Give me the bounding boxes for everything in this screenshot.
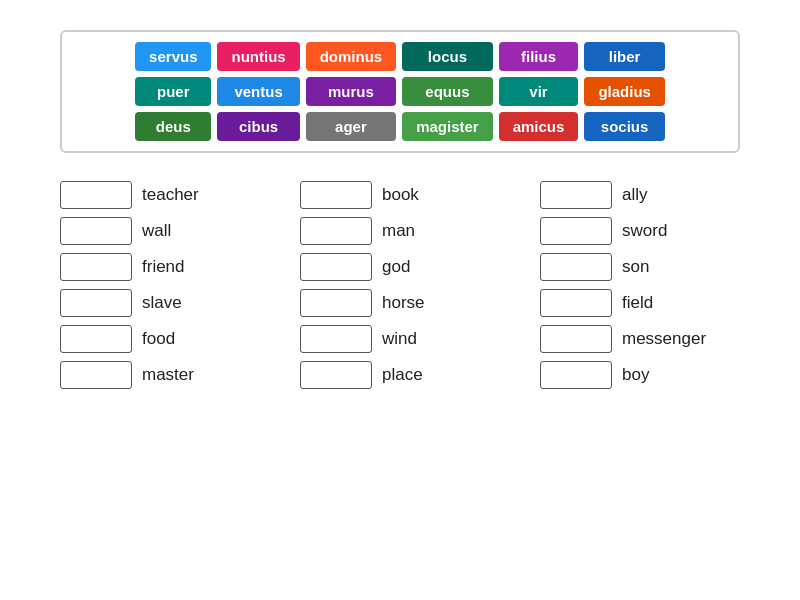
- match-row: boy: [540, 361, 760, 389]
- answer-box-god[interactable]: [300, 253, 372, 281]
- answer-box-slave[interactable]: [60, 289, 132, 317]
- match-row: slave: [60, 289, 280, 317]
- word-tile-nuntius[interactable]: nuntius: [217, 42, 299, 71]
- answer-box-field[interactable]: [540, 289, 612, 317]
- match-row: wall: [60, 217, 280, 245]
- word-label-god: god: [382, 257, 410, 277]
- answer-box-food[interactable]: [60, 325, 132, 353]
- answer-box-teacher[interactable]: [60, 181, 132, 209]
- word-label-friend: friend: [142, 257, 185, 277]
- answer-box-son[interactable]: [540, 253, 612, 281]
- word-label-wall: wall: [142, 221, 171, 241]
- match-row: messenger: [540, 325, 760, 353]
- word-tile-equus[interactable]: equus: [402, 77, 493, 106]
- word-tile-ventus[interactable]: ventus: [217, 77, 299, 106]
- word-label-slave: slave: [142, 293, 182, 313]
- match-row: field: [540, 289, 760, 317]
- answer-box-book[interactable]: [300, 181, 372, 209]
- word-label-wind: wind: [382, 329, 417, 349]
- answer-box-horse[interactable]: [300, 289, 372, 317]
- match-row: place: [300, 361, 520, 389]
- match-row: teacher: [60, 181, 280, 209]
- answer-box-wall[interactable]: [60, 217, 132, 245]
- word-label-ally: ally: [622, 185, 648, 205]
- match-row: son: [540, 253, 760, 281]
- answer-box-man[interactable]: [300, 217, 372, 245]
- answer-box-messenger[interactable]: [540, 325, 612, 353]
- answer-box-boy[interactable]: [540, 361, 612, 389]
- word-label-place: place: [382, 365, 423, 385]
- word-tile-puer[interactable]: puer: [135, 77, 211, 106]
- word-tile-locus[interactable]: locus: [402, 42, 493, 71]
- word-label-son: son: [622, 257, 649, 277]
- match-row: ally: [540, 181, 760, 209]
- word-tile-murus[interactable]: murus: [306, 77, 397, 106]
- match-row: horse: [300, 289, 520, 317]
- match-row: book: [300, 181, 520, 209]
- match-row: friend: [60, 253, 280, 281]
- word-label-master: master: [142, 365, 194, 385]
- word-bank: servusnuntiusdominuslocusfiliusliberpuer…: [60, 30, 740, 153]
- word-tile-cibus[interactable]: cibus: [217, 112, 299, 141]
- answer-box-place[interactable]: [300, 361, 372, 389]
- word-tile-ager[interactable]: ager: [306, 112, 397, 141]
- word-label-messenger: messenger: [622, 329, 706, 349]
- word-label-sword: sword: [622, 221, 667, 241]
- word-label-boy: boy: [622, 365, 649, 385]
- word-tile-socius[interactable]: socius: [584, 112, 665, 141]
- word-label-field: field: [622, 293, 653, 313]
- word-tile-filius[interactable]: filius: [499, 42, 579, 71]
- word-tile-gladius[interactable]: gladius: [584, 77, 665, 106]
- word-tile-servus[interactable]: servus: [135, 42, 211, 71]
- word-tile-liber[interactable]: liber: [584, 42, 665, 71]
- match-row: food: [60, 325, 280, 353]
- answer-box-master[interactable]: [60, 361, 132, 389]
- word-tile-amicus[interactable]: amicus: [499, 112, 579, 141]
- match-area: teacherbookallywallmanswordfriendgodsons…: [60, 181, 740, 389]
- answer-box-friend[interactable]: [60, 253, 132, 281]
- answer-box-wind[interactable]: [300, 325, 372, 353]
- match-row: master: [60, 361, 280, 389]
- match-row: man: [300, 217, 520, 245]
- word-label-man: man: [382, 221, 415, 241]
- word-label-food: food: [142, 329, 175, 349]
- word-tile-deus[interactable]: deus: [135, 112, 211, 141]
- match-row: god: [300, 253, 520, 281]
- word-label-book: book: [382, 185, 419, 205]
- answer-box-sword[interactable]: [540, 217, 612, 245]
- match-row: wind: [300, 325, 520, 353]
- word-tile-dominus[interactable]: dominus: [306, 42, 397, 71]
- word-label-horse: horse: [382, 293, 425, 313]
- word-tile-vir[interactable]: vir: [499, 77, 579, 106]
- match-row: sword: [540, 217, 760, 245]
- word-label-teacher: teacher: [142, 185, 199, 205]
- word-tile-magister[interactable]: magister: [402, 112, 493, 141]
- answer-box-ally[interactable]: [540, 181, 612, 209]
